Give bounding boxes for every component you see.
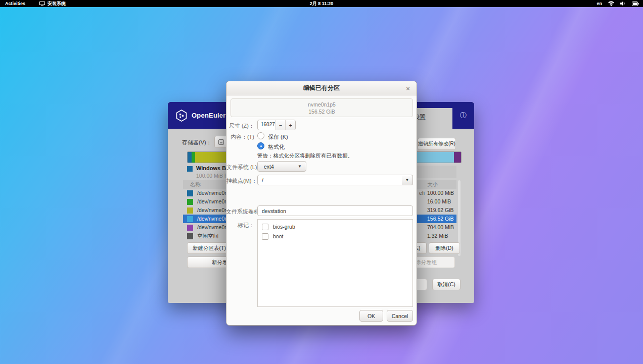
partition-color-swatch [187,207,193,214]
mountpoint-dropdown-button[interactable]: ▼ [402,175,413,185]
top-bar: Activities 安装系统 2月 8 11:20 en [0,0,643,7]
clock[interactable]: 2月 8 11:20 [310,1,334,6]
openeuler-logo-icon [175,109,188,122]
edit-partition-dialog: 编辑已有分区 × nvme0n1p5 156.52 GiB 尺寸 (Z)： 16… [226,81,417,326]
fslabel-label: 文件系统卷标 [226,208,254,216]
keep-radio-label[interactable]: 保留 (K) [268,133,288,141]
disk-icon [218,139,224,145]
mountpoint-input[interactable]: / [257,175,402,185]
content-label: 内容：(T) [226,133,254,141]
undo-all-changes-button[interactable]: 撤销所有修改(R) [418,138,456,150]
volume-icon [620,1,626,6]
close-icon[interactable]: × [404,84,412,92]
flag-row[interactable]: bios-grub [262,223,295,231]
dialog-title: 编辑已有分区 [303,84,340,92]
mountpoint-label: 挂载点(M)： [226,177,254,185]
partition-color-swatch [187,225,193,231]
cancel-window-button[interactable]: 取消(C) [432,279,461,290]
partition-color-swatch [187,199,193,205]
storage-label: 存储器(V)： [182,139,212,146]
device-size: 156.52 GiB [231,108,412,115]
partition-color-swatch [187,190,193,196]
minus-button[interactable]: − [275,120,286,130]
fslabel-input[interactable]: devstation [257,205,413,216]
ok-button[interactable]: OK [359,310,383,322]
flags-label: 标记： [226,222,254,229]
device-info-band [414,166,456,178]
size-spinbutton[interactable]: 16027 − + [257,120,296,130]
keep-radio[interactable] [257,132,264,139]
bios-grub-checkbox[interactable] [262,224,268,230]
info-button[interactable]: ⓘ [452,102,474,129]
brand-name: OpenEuler [192,112,226,119]
battery-icon [632,2,639,6]
format-warning-text: 警告：格式化分区将删除所有已有数据。 [257,152,353,160]
filesystem-label: 文件系统 (L)： [226,164,254,171]
size-value[interactable]: 16027 [258,120,275,130]
system-status-area[interactable]: en [596,1,639,6]
boot-checkbox[interactable] [262,233,268,240]
dialog-cancel-button[interactable]: Cancel [387,310,413,322]
chevron-down-icon: ▼ [298,164,302,169]
new-partition-table-button[interactable]: 新建分区表(T) [187,242,232,254]
keyboard-layout-indicator[interactable]: en [596,1,602,6]
wifi-icon [608,1,614,6]
legend-color-swatch [187,166,193,172]
size-label: 尺寸 (Z)： [226,122,254,130]
partition-bar-seg-5[interactable] [454,152,461,163]
filesystem-dropdown[interactable]: ext4 ▼ [257,161,306,172]
device-name: nvme0n1p5 [231,101,412,108]
partition-color-swatch [187,216,193,222]
delete-button[interactable]: 删除(D) [429,242,460,254]
chevron-down-icon: ▼ [405,178,409,182]
partition-color-swatch [187,233,193,239]
flag-row[interactable]: boot [262,232,283,240]
format-radio-label[interactable]: 格式化 [268,143,285,151]
plus-button[interactable]: + [285,120,295,130]
column-name[interactable]: 名称 [190,181,201,188]
column-size[interactable]: 大小 [427,181,438,188]
partition-bar-seg-2[interactable] [192,152,195,163]
partition-bar-seg-1[interactable] [188,152,192,163]
device-summary-box: nvme0n1p5 156.52 GiB [231,98,413,117]
dialog-titlebar[interactable]: 编辑已有分区 × [226,81,417,95]
info-icon: ⓘ [460,111,467,120]
format-radio[interactable] [257,142,264,149]
desktop: Activities 安装系统 2月 8 11:20 en OpenEuler [0,0,643,364]
flags-listbox: bios-grub boot [257,219,413,307]
